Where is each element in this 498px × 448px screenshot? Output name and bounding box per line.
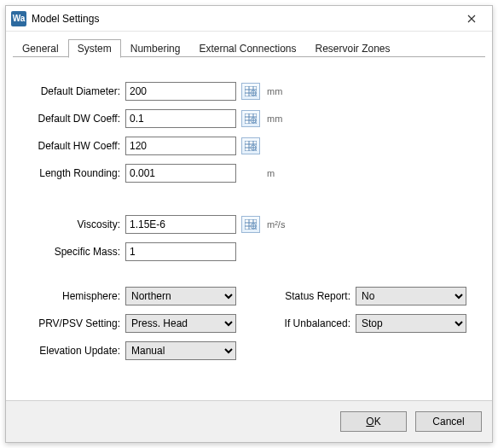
- table-lookup-icon: [245, 86, 257, 96]
- label-default-diameter: Default Diameter:: [23, 85, 125, 97]
- label-hemisphere: Hemisphere:: [23, 290, 125, 302]
- tab-system[interactable]: System: [68, 39, 121, 58]
- label-prv-psv: PRV/PSV Setting:: [23, 317, 125, 329]
- cancel-button[interactable]: Cancel: [415, 411, 482, 432]
- window-title: Model Settings: [32, 13, 455, 25]
- ok-label-tail: K: [374, 416, 381, 428]
- unit-default-dw: mm: [267, 113, 294, 124]
- unit-default-diameter: mm: [267, 86, 294, 96]
- select-if-unbalanced[interactable]: Stop: [356, 314, 466, 333]
- tab-external-connections[interactable]: External Connections: [189, 39, 305, 57]
- app-icon: Wa: [11, 11, 26, 26]
- titlebar: Wa Model Settings: [6, 6, 492, 32]
- input-default-dw[interactable]: [125, 109, 236, 128]
- input-default-diameter[interactable]: [125, 82, 236, 101]
- tab-general[interactable]: General: [13, 39, 68, 57]
- input-viscosity[interactable]: [125, 215, 236, 234]
- label-viscosity: Viscosity:: [23, 218, 125, 230]
- dialog-window: Wa Model Settings General System Numberi…: [5, 5, 493, 443]
- table-lookup-icon: [245, 141, 257, 151]
- input-length-rounding[interactable]: [125, 164, 236, 183]
- picker-default-hw[interactable]: [241, 137, 260, 154]
- tab-reservoir-zones[interactable]: Reservoir Zones: [306, 39, 400, 57]
- label-default-dw: Default DW Coeff:: [23, 113, 125, 125]
- select-elevation-update[interactable]: Manual: [125, 341, 236, 360]
- unit-viscosity: m²/s: [267, 219, 294, 230]
- select-prv-psv[interactable]: Press. Head: [125, 314, 236, 333]
- dialog-footer: OK Cancel: [6, 400, 492, 442]
- select-hemisphere[interactable]: Northern: [125, 287, 236, 305]
- table-lookup-icon: [245, 113, 257, 124]
- label-elevation-update: Elevation Update:: [23, 345, 125, 357]
- close-button[interactable]: [455, 7, 489, 31]
- input-default-hw[interactable]: [125, 137, 236, 155]
- label-default-hw: Default HW Coeff:: [23, 140, 125, 152]
- ok-button[interactable]: OK: [340, 411, 407, 432]
- tab-content: Default Diameter: mm Default DW Coeff: m…: [6, 57, 492, 400]
- label-length-rounding: Length Rounding:: [23, 167, 125, 179]
- tab-numbering[interactable]: Numbering: [121, 39, 190, 57]
- label-specific-mass: Specific Mass:: [23, 246, 125, 258]
- label-if-unbalanced: If Unbalanced:: [270, 317, 356, 329]
- table-lookup-icon: [245, 219, 257, 230]
- picker-default-diameter[interactable]: [241, 83, 260, 100]
- tabstrip: General System Numbering External Connec…: [6, 32, 492, 57]
- select-status-report[interactable]: No: [356, 287, 466, 305]
- unit-length-rounding: m: [267, 168, 294, 178]
- picker-default-dw[interactable]: [241, 110, 260, 127]
- close-icon: [467, 15, 476, 23]
- input-specific-mass[interactable]: [125, 242, 236, 261]
- picker-viscosity[interactable]: [241, 216, 260, 233]
- label-status-report: Status Report:: [270, 290, 356, 302]
